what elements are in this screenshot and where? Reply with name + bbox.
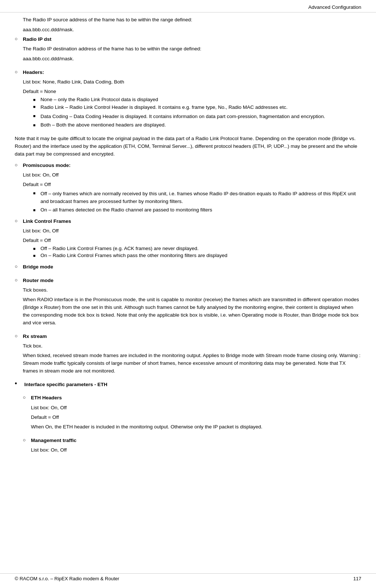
footer-right: 117 — [353, 576, 361, 581]
link-control-item-0: ■ Off – Radio Link Control Frames (e.g. … — [33, 246, 361, 251]
note-para: Note that it may be quite difficult to l… — [15, 135, 361, 158]
headers-listbox: List box: None, Radio Link, Data Coding,… — [23, 78, 361, 86]
bullet-interface-specific: • — [15, 380, 23, 387]
headers-item-2: ■ Data Coding – Data Coding Header is di… — [33, 113, 361, 121]
bridge-mode-label: Bridge mode — [23, 264, 53, 270]
headers-label: Headers: — [23, 70, 44, 75]
router-mode-label: Router mode — [23, 278, 53, 283]
headers-item-3: ■ Both – Both the above mentioned header… — [33, 122, 361, 128]
bullet-bridge-mode: ○ — [15, 264, 23, 269]
bullet-rx-stream: ○ — [15, 333, 23, 339]
rx-stream-label: Rx stream — [23, 334, 47, 339]
router-mode-tickboxes: Tick boxes. — [23, 286, 361, 294]
link-control-default: Default = Off — [23, 237, 361, 244]
management-traffic-label: Management traffic — [31, 438, 77, 443]
sq-bullet-p1: ■ — [33, 208, 40, 212]
router-mode-desc: When RADIO interface is in the Promiscuo… — [23, 296, 361, 327]
eth-headers-label: ETH Headers — [31, 395, 62, 400]
link-control-item-1: ■ On – Radio Link Control Frames which p… — [33, 253, 361, 258]
bullet-management-traffic: ○ — [23, 437, 31, 443]
sq-bullet-lc1: ■ — [33, 253, 40, 258]
square-bullet-3: ■ — [33, 123, 40, 127]
header-title: Advanced Configuration — [308, 4, 361, 10]
bullet-headers: ○ — [15, 69, 23, 75]
rx-stream-tickbox: Tick box. — [23, 342, 361, 350]
radio-ip-dst-line1: The Radio IP destination address of the … — [23, 45, 201, 53]
bullet-link-control: ○ — [15, 218, 23, 224]
promiscuous-item-1: ■ On – all frames detected on the Radio … — [33, 207, 361, 213]
eth-headers-listbox: List box: On, Off — [31, 404, 361, 411]
promiscuous-listbox: List box: On, Off — [23, 171, 361, 179]
intro-line1: The Radio IP source address of the frame… — [23, 16, 361, 24]
page-footer: © RACOM s.r.o. – RipEX Radio modem & Rou… — [0, 573, 376, 581]
square-bullet-0: ■ — [33, 97, 40, 102]
promiscuous-label: Promiscuous mode: — [23, 163, 71, 168]
headers-item-0: ■ None – only the Radio Link Protocol da… — [33, 97, 361, 102]
eth-headers-default: Default = Off — [31, 414, 361, 421]
intro-line2: aaa.bbb.ccc.ddd/mask. — [23, 26, 361, 33]
bullet-radio-ip-dst: ○ — [15, 36, 23, 42]
rx-stream-desc: When ticked, received stream mode frames… — [23, 352, 361, 375]
square-bullet-1: ■ — [33, 104, 40, 109]
bullet-promiscuous: ○ — [15, 162, 23, 168]
bullet-router-mode: ○ — [15, 277, 23, 283]
radio-ip-dst-line2: aaa.bbb.ccc.ddd/mask. — [23, 55, 201, 63]
management-traffic-listbox: List box: On, Off — [31, 446, 361, 454]
headers-item-1: ■ Radio Link – Radio Link Control Header… — [33, 104, 361, 111]
eth-headers-desc: When On, the ETH header is included in t… — [31, 423, 361, 431]
promiscuous-item-0: ■ Off – only frames which are normally r… — [33, 190, 361, 206]
link-control-label: Link Control Frames — [23, 218, 71, 224]
promiscuous-default: Default = Off — [23, 181, 361, 188]
footer-left: © RACOM s.r.o. – RipEX Radio modem & Rou… — [15, 576, 119, 581]
sq-bullet-lc0: ■ — [33, 246, 40, 251]
sq-bullet-p0: ■ — [33, 191, 40, 195]
bullet-eth-headers: ○ — [23, 395, 31, 400]
radio-ip-dst-label: Radio IP dst — [23, 36, 52, 42]
square-bullet-2: ■ — [33, 114, 40, 118]
page-header: Advanced Configuration — [0, 0, 376, 13]
headers-default: Default = None — [23, 88, 361, 95]
interface-specific-label: Interface specific parameters - ETH — [24, 382, 107, 387]
link-control-listbox: List box: On, Off — [23, 227, 361, 235]
